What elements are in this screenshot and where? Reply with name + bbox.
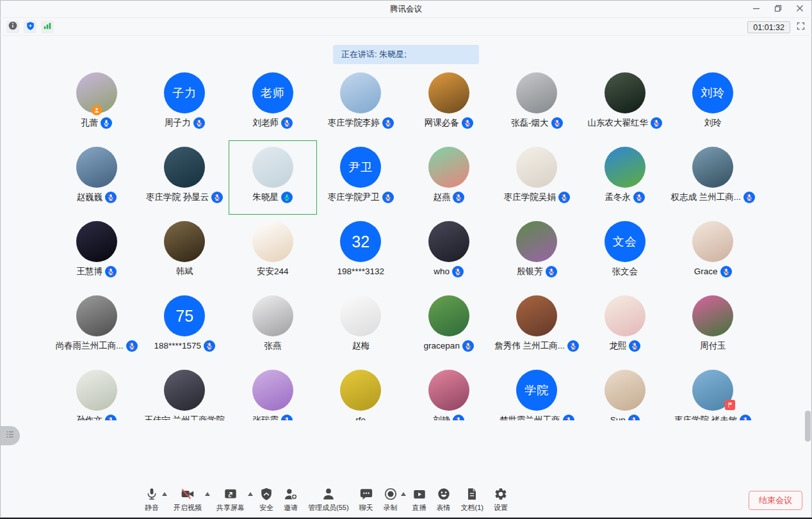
window-controls bbox=[745, 0, 811, 18]
participant-tile[interactable]: 网课必备 bbox=[405, 66, 493, 140]
participant-tile[interactable]: 赵巍巍 bbox=[53, 140, 141, 215]
participant-name: 枣庄学院 褚夫敏 bbox=[674, 415, 737, 421]
record-icon bbox=[384, 486, 398, 502]
toolbar-button-camera-off[interactable]: 开启视频 bbox=[174, 486, 202, 513]
participant-tile[interactable]: 枣庄学院吴娟 bbox=[493, 140, 581, 215]
network-quality-button[interactable] bbox=[41, 21, 54, 33]
mic-muted-icon bbox=[204, 340, 215, 352]
avatar bbox=[605, 147, 646, 188]
participant-name: who bbox=[434, 267, 450, 276]
shield-plus-icon bbox=[26, 21, 35, 33]
toolbar-button-shield[interactable]: 安全 bbox=[259, 486, 273, 513]
end-meeting-button[interactable]: 结束会议 bbox=[749, 491, 802, 510]
participant-tile[interactable]: 赵梅 bbox=[317, 289, 405, 363]
caret-up-icon[interactable] bbox=[205, 492, 210, 496]
toolbar-button-label: 设置 bbox=[494, 503, 508, 513]
toolbar-button-members[interactable]: 管理成员(55) bbox=[308, 486, 349, 513]
participant-tile[interactable]: 王慧博 bbox=[53, 215, 141, 289]
participant-tile[interactable]: 山东农大翟红华 bbox=[581, 66, 669, 140]
participant-tile[interactable]: 权志成 兰州工商... bbox=[669, 140, 758, 215]
mic-muted-icon bbox=[462, 117, 473, 129]
participant-tile[interactable]: rfe bbox=[317, 363, 405, 420]
participant-tile[interactable]: 孟冬永 bbox=[581, 140, 669, 215]
fullscreen-button[interactable] bbox=[796, 21, 806, 33]
participant-name: 刘老师 bbox=[253, 117, 279, 129]
network-quality-icon bbox=[43, 21, 52, 33]
participant-name: 山东农大翟红华 bbox=[588, 117, 649, 129]
participant-tile[interactable]: 张燕 bbox=[229, 289, 317, 363]
toolbar-button-docs[interactable]: 文档(1) bbox=[461, 486, 483, 513]
participant-tile[interactable]: 孔蕾 bbox=[53, 66, 141, 140]
mic-muted-icon bbox=[563, 415, 574, 421]
participant-tile[interactable]: gracepan bbox=[405, 289, 493, 363]
grid-scrollbar[interactable] bbox=[805, 411, 811, 441]
toolbar-button-emoji[interactable]: 表情 bbox=[437, 486, 451, 513]
toolbar-button-live[interactable]: 直播 bbox=[412, 486, 426, 513]
window-title: 腾讯会议 bbox=[0, 0, 812, 18]
participant-tile[interactable]: 王佳宁 兰州工商学院 bbox=[141, 363, 229, 420]
participant-tile[interactable]: 朱晓星 bbox=[229, 140, 317, 215]
participant-name: 詹秀伟 兰州工商... bbox=[494, 340, 565, 352]
caret-up-icon[interactable] bbox=[248, 492, 253, 496]
participant-tile[interactable]: 殷银芳 bbox=[493, 215, 581, 289]
participant-tile[interactable]: 安安244 bbox=[229, 215, 317, 289]
participant-name: 孔蕾 bbox=[81, 117, 98, 129]
participant-tile[interactable]: 孙作文 bbox=[53, 363, 141, 420]
toolbar-button-mic[interactable]: 静音 bbox=[145, 486, 159, 513]
participant-tile[interactable]: 赵燕 bbox=[405, 140, 493, 215]
participant-tile[interactable]: 枣庄学院李婷 bbox=[317, 66, 405, 140]
camera-off-icon bbox=[181, 486, 195, 502]
caret-up-icon[interactable] bbox=[401, 492, 406, 496]
meeting-timer: 01:01:32 bbox=[747, 21, 790, 33]
participant-name: 楚世霞兰州工商 bbox=[499, 415, 560, 421]
participant-tile[interactable]: 龙熙 bbox=[581, 289, 669, 363]
minimize-button[interactable] bbox=[745, 0, 767, 18]
participant-tile[interactable]: 刘玲 刘玲 bbox=[669, 66, 758, 140]
participant-tile[interactable]: Sun bbox=[581, 363, 669, 420]
caret-up-icon[interactable] bbox=[162, 492, 167, 496]
avatar-text: 老师 bbox=[261, 85, 285, 101]
mic-muted-icon bbox=[453, 192, 464, 203]
restore-button[interactable] bbox=[767, 0, 789, 18]
participant-tile[interactable]: 詹秀伟 兰州工商... bbox=[493, 289, 581, 363]
participant-tile[interactable]: who bbox=[405, 215, 493, 289]
participant-tile[interactable]: 32 198****3132 bbox=[317, 215, 405, 289]
participant-tile[interactable]: 子力 周子力 bbox=[141, 66, 229, 140]
avatar bbox=[252, 295, 293, 336]
avatar bbox=[252, 370, 293, 411]
participant-tile[interactable]: 韩斌 bbox=[141, 215, 229, 289]
mic-muted-icon bbox=[382, 192, 394, 203]
participant-tile[interactable]: 枣庄学院 孙显云 bbox=[141, 140, 229, 215]
participant-tile[interactable]: 尚春雨兰州工商... bbox=[53, 289, 141, 363]
info-button[interactable] bbox=[6, 21, 19, 33]
avatar bbox=[516, 72, 557, 113]
participant-name: 安安244 bbox=[257, 266, 289, 277]
participant-tile[interactable]: 周付玉 bbox=[669, 289, 758, 363]
statusbar: 01:01:32 bbox=[0, 19, 812, 36]
participant-tile[interactable]: 老师 刘老师 bbox=[229, 66, 317, 140]
member-list-icon bbox=[5, 429, 15, 442]
avatar-text: 文会 bbox=[613, 234, 637, 249]
participant-tile[interactable]: Grace bbox=[669, 215, 758, 289]
toolbar-button-record[interactable]: 录制 bbox=[384, 486, 398, 513]
minimize-icon bbox=[752, 3, 760, 15]
participant-tile[interactable]: 刘静 bbox=[405, 363, 493, 420]
participant-tile[interactable]: 学院 楚世霞兰州工商 bbox=[493, 363, 581, 420]
participant-tile[interactable]: 文会 张文会 bbox=[581, 215, 669, 289]
participant-tile[interactable]: 张磊-烟大 bbox=[493, 66, 581, 140]
toolbar-button-invite[interactable]: 邀请 bbox=[284, 486, 298, 513]
participant-tile[interactable]: 张瑞霞 bbox=[229, 363, 317, 420]
participant-tile[interactable]: 75 188****1575 bbox=[141, 289, 229, 363]
live-icon bbox=[412, 486, 426, 502]
toolbar-button-settings[interactable]: 设置 bbox=[494, 486, 508, 513]
participant-tile[interactable]: 尹卫 枣庄学院尹卫 bbox=[317, 140, 405, 215]
mic-muted-icon bbox=[452, 266, 464, 277]
toolbar-button-chat[interactable]: 聊天 bbox=[359, 486, 373, 513]
security-status-button[interactable] bbox=[24, 21, 37, 33]
participant-tile[interactable]: 枣庄学院 褚夫敏 bbox=[669, 363, 758, 420]
close-button[interactable] bbox=[789, 0, 811, 18]
avatar-text: 32 bbox=[352, 233, 369, 251]
toolbar-button-share-screen[interactable]: 共享屏幕 bbox=[216, 486, 245, 513]
member-list-toggle[interactable] bbox=[0, 426, 20, 445]
doc-badge bbox=[725, 400, 735, 410]
